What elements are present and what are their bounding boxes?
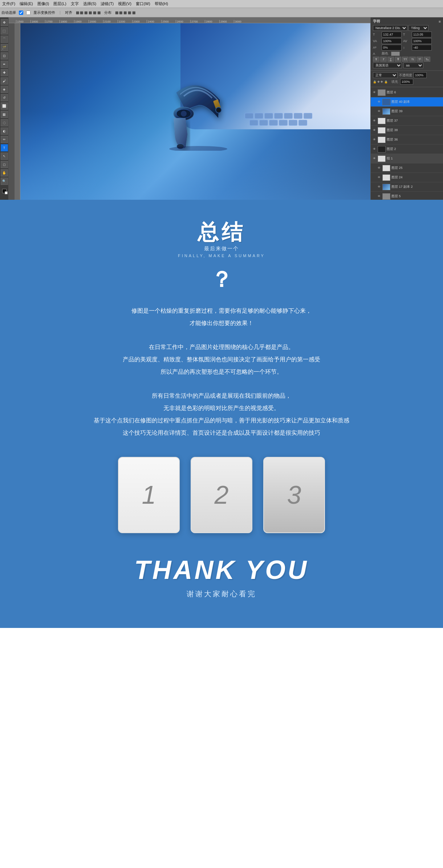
layer-item[interactable]: 👁 图层 40 副本 xyxy=(371,97,443,107)
tool-brush[interactable]: 🖌 xyxy=(1,77,8,85)
vertical-scale-input[interactable] xyxy=(382,45,402,50)
layer-visibility[interactable]: 👁 xyxy=(377,100,381,104)
tool-eraser[interactable]: ⬜ xyxy=(1,102,8,110)
fill-label: 填充 xyxy=(391,80,399,84)
layer-visibility[interactable]: 👁 xyxy=(372,128,377,133)
layer-visibility[interactable]: 👁 xyxy=(377,185,381,189)
cards-row: 1 2 3 xyxy=(0,457,443,533)
tool-stamp[interactable]: ◈ xyxy=(1,86,8,93)
layer-visibility[interactable]: 👁 xyxy=(372,90,377,95)
color-label: 颜色 xyxy=(382,51,388,56)
layer-thumbnail xyxy=(378,155,386,162)
ruler-horizontal: 1500 1600 1700 1800 1900 2000 2100 2200 … xyxy=(9,17,370,23)
menu-filter[interactable]: 滤镜(T) xyxy=(101,1,114,7)
layer-thumbnail xyxy=(382,193,390,200)
menu-view[interactable]: 视图(V) xyxy=(118,1,131,7)
menu-select[interactable]: 选择(S) xyxy=(83,1,97,7)
tool-hand[interactable]: ✋ xyxy=(1,169,8,177)
layer-visibility[interactable]: 👁 xyxy=(372,138,377,142)
layer-item[interactable]: 👁 组 1 xyxy=(371,154,443,163)
content-paragraph: 产品的美观度、精致度、整体氛围润色也间接决定了画面给予用户的第一感受 xyxy=(0,354,443,365)
tool-shape[interactable]: ◻ xyxy=(1,161,8,168)
tool-select[interactable]: ⬚ xyxy=(1,27,8,35)
layer-visibility[interactable]: 👁 xyxy=(377,175,381,180)
layer-item[interactable]: 👁 图层 17 副本 2 xyxy=(371,182,443,192)
layer-item[interactable]: 👁 图层 2 xyxy=(371,145,443,154)
tool-zoom[interactable]: 🔍 xyxy=(1,178,8,185)
summary-en: FINALLY, MAKE A SUMMARY xyxy=(0,253,443,258)
ruler-tick: 2400 xyxy=(147,20,161,23)
layer-item[interactable]: 👁 图层 6 xyxy=(371,88,443,97)
ruler-tick: 3000 xyxy=(234,20,248,23)
blend-mode-select[interactable]: 正常 xyxy=(373,72,398,78)
layer-name: 图层 40 副本 xyxy=(391,100,442,104)
lock-icons: 🔒 ✚ ✚ 🔒 xyxy=(373,80,388,84)
smallcaps-btn[interactable]: Tt xyxy=(409,57,416,62)
color-swatch[interactable] xyxy=(391,52,400,56)
tracking-input[interactable] xyxy=(412,38,432,44)
sub-btn[interactable]: T₁ xyxy=(424,57,430,62)
layer-item[interactable]: 👁 图层 5 xyxy=(371,192,443,200)
menu-layer[interactable]: 图层(L) xyxy=(53,1,66,7)
right-panels: 字符 ≡ Neutraface 2 Dis... Titling T T xyxy=(370,17,443,200)
bold-btn[interactable]: T xyxy=(373,57,379,62)
layer-visibility[interactable]: 👁 xyxy=(377,109,381,114)
tool-pen[interactable]: ✏ xyxy=(1,136,8,143)
layer-thumbnail xyxy=(378,127,386,134)
menu-text[interactable]: 文字 xyxy=(71,1,79,7)
font-style-select[interactable]: Titling xyxy=(409,25,428,31)
opacity-input[interactable] xyxy=(414,72,427,78)
content-paragraph: 所以产品的再次塑形也是不可忽略的一个环节。 xyxy=(0,366,443,378)
ruler-tick: 2300 xyxy=(132,20,147,23)
tool-heal[interactable]: ✚ xyxy=(1,69,8,76)
italic-btn[interactable]: T xyxy=(380,57,387,62)
layer-item[interactable]: 👁 图层 25 xyxy=(371,163,443,173)
language-select[interactable]: 美国英语 xyxy=(373,62,402,68)
super-btn[interactable]: T¹ xyxy=(416,57,423,62)
caps-btn[interactable]: TT xyxy=(402,57,409,62)
layer-item[interactable]: 👁 图层 37 xyxy=(371,116,443,126)
tool-eyedropper[interactable]: ✒ xyxy=(1,61,8,68)
layer-name: 图层 2 xyxy=(387,147,442,151)
layer-name: 图层 37 xyxy=(387,118,442,123)
fill-input[interactable] xyxy=(400,79,413,85)
font-size-input[interactable] xyxy=(382,32,402,37)
auto-select-checkbox[interactable] xyxy=(19,11,23,15)
tool-crop[interactable]: ⊡ xyxy=(1,52,8,60)
menu-file[interactable]: 文件(F) xyxy=(2,1,15,7)
layer-item[interactable]: 👁 图层 38 xyxy=(371,126,443,135)
tool-blur[interactable]: ◌ xyxy=(1,119,8,126)
tool-path-select[interactable]: ↖ xyxy=(1,153,8,160)
menu-window[interactable]: 窗口(W) xyxy=(136,1,150,7)
tool-quick-select[interactable]: 🪄 xyxy=(1,44,8,51)
font-family-select[interactable]: Neutraface 2 Dis... xyxy=(373,25,407,31)
layer-thumbnail xyxy=(378,146,386,153)
menu-help[interactable]: 帮助(H) xyxy=(155,1,168,7)
layer-visibility[interactable]: 👁 xyxy=(372,157,377,161)
layer-item[interactable]: 👁 图层 24 xyxy=(371,173,443,182)
baseline-input[interactable] xyxy=(412,45,432,50)
tool-lasso[interactable]: ⌒ xyxy=(1,36,8,43)
strikethrough-btn[interactable]: T̶ xyxy=(395,57,401,62)
tool-gradient[interactable]: ▦ xyxy=(1,111,8,118)
svg-point-3 xyxy=(181,111,187,117)
layer-visibility[interactable]: 👁 xyxy=(372,119,377,123)
tool-type[interactable]: T xyxy=(1,144,8,151)
leading-input[interactable] xyxy=(412,32,432,37)
layer-visibility[interactable]: 👁 xyxy=(372,147,377,151)
layer-item[interactable]: 👁 图层 36 xyxy=(371,135,443,145)
tool-move[interactable]: ✥ xyxy=(1,19,8,26)
menu-edit[interactable]: 编辑(E) xyxy=(20,1,33,7)
menu-image[interactable]: 图像(I) xyxy=(37,1,49,7)
layer-item[interactable]: 👁 图层 39 xyxy=(371,107,443,116)
menu-bar[interactable]: 文件(F) 编辑(E) 图像(I) 图层(L) 文字 选择(S) 滤镜(T) 视… xyxy=(0,0,443,8)
layer-visibility[interactable]: 👁 xyxy=(377,194,381,199)
underline-btn[interactable]: T xyxy=(387,57,394,62)
layer-visibility[interactable]: 👁 xyxy=(377,166,381,170)
transform-ctrl-checkbox[interactable] xyxy=(26,11,31,15)
tool-dodge[interactable]: ◐ xyxy=(1,127,8,135)
summary-title: 总结 xyxy=(0,222,443,243)
aa-select[interactable]: aa xyxy=(403,62,423,68)
kerning-input[interactable] xyxy=(382,38,402,44)
tool-history-brush[interactable]: ↺ xyxy=(1,94,8,101)
